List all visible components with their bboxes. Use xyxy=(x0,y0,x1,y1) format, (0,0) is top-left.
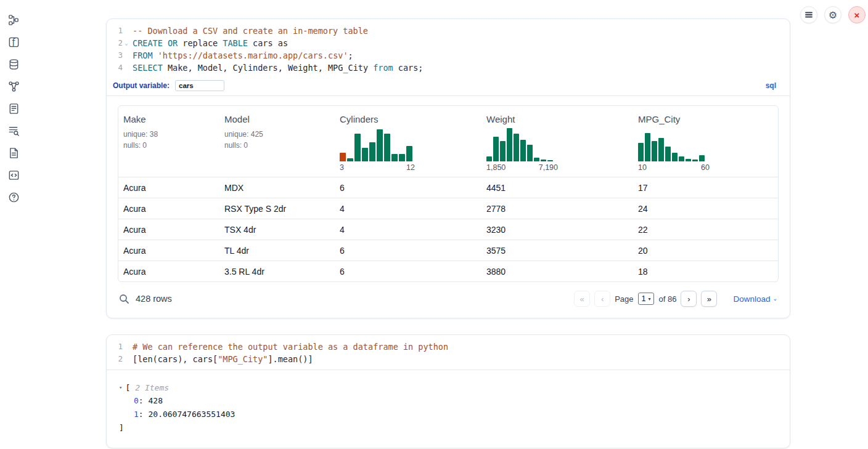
column-stat: unique: 38 xyxy=(123,130,215,140)
tree-root-row: ▾ [ 2 Items xyxy=(119,381,790,394)
file-tree-icon[interactable] xyxy=(7,14,20,26)
histogram-min-label: 10 xyxy=(638,163,647,172)
fold-icon[interactable]: ⌄ xyxy=(123,37,130,49)
histogram-bar[interactable] xyxy=(354,134,361,161)
histogram-bar[interactable] xyxy=(527,145,533,161)
scratchpad-icon[interactable] xyxy=(7,102,20,115)
menu-button[interactable] xyxy=(800,6,817,23)
histogram-range: 312 xyxy=(340,163,415,172)
histogram-bar[interactable] xyxy=(493,137,499,161)
histogram-mpg_city[interactable]: 1060 xyxy=(638,128,710,172)
column-header-weight[interactable]: Weight1,8507,190 xyxy=(481,106,633,177)
histogram-bar[interactable] xyxy=(399,154,405,161)
tree-entry-separator: : xyxy=(139,396,149,405)
histogram-bar[interactable] xyxy=(369,142,375,161)
histogram-bar[interactable] xyxy=(645,133,650,161)
histogram-bar[interactable] xyxy=(514,134,519,161)
column-header-make[interactable]: Makeunique: 38nulls: 0 xyxy=(118,106,219,177)
table-row[interactable]: Acura3.5 RL 4dr6388018 xyxy=(118,261,778,281)
tree-entry-key: 0 xyxy=(134,396,139,405)
snippets-icon[interactable] xyxy=(7,169,20,181)
column-header-cylinders[interactable]: Cylinders312 xyxy=(335,106,481,177)
histogram-bar[interactable] xyxy=(652,141,657,161)
next-page-button[interactable]: › xyxy=(681,291,697,307)
histogram-bar[interactable] xyxy=(362,148,368,161)
histogram-cylinders[interactable]: 312 xyxy=(340,128,415,172)
table-cell: 3230 xyxy=(481,219,633,240)
code-text: -- Download a CSV and create an in-memor… xyxy=(133,25,368,37)
table-cell: 3880 xyxy=(481,261,633,281)
datasources-icon[interactable] xyxy=(7,58,20,70)
column-header-mpg_city[interactable]: MPG_City1060 xyxy=(633,106,778,177)
collapse-chevron-icon[interactable]: ▾ xyxy=(119,381,122,394)
histogram-bar[interactable] xyxy=(541,160,546,161)
code-text: [len(cars), cars["MPG_City"].mean()] xyxy=(133,353,313,365)
close-button[interactable]: × xyxy=(848,6,866,23)
histogram-weight[interactable]: 1,8507,190 xyxy=(486,128,558,172)
histogram-bar[interactable] xyxy=(686,159,691,161)
page-select[interactable]: 1 ▾ xyxy=(638,293,655,305)
first-page-button[interactable]: « xyxy=(574,291,590,307)
histogram-bar[interactable] xyxy=(391,154,398,161)
table-row[interactable]: AcuraMDX6445117 xyxy=(118,177,778,198)
histogram-bar[interactable] xyxy=(679,156,684,161)
python-cell-output: ▾ [ 2 Items 0: 4281: 20.060747663551403 … xyxy=(107,370,790,448)
settings-button[interactable]: ⚙ xyxy=(824,6,841,23)
variables-icon[interactable]: ƒ xyxy=(7,36,20,48)
dependency-graph-icon[interactable] xyxy=(7,80,20,92)
histogram-bar[interactable] xyxy=(500,141,506,161)
histogram-bar[interactable] xyxy=(692,160,698,161)
histogram-bars xyxy=(638,128,710,161)
table-cell: 6 xyxy=(335,177,481,198)
column-header-model[interactable]: Modelunique: 425nulls: 0 xyxy=(219,106,335,177)
histogram-bar[interactable] xyxy=(534,158,539,161)
line-number: 1 xyxy=(107,341,123,353)
fold-gutter xyxy=(123,341,130,353)
code-line: 2⌄CREATE OR replace TABLE cars as xyxy=(107,37,790,49)
table-row[interactable]: AcuraRSX Type S 2dr4277824 xyxy=(118,198,778,219)
documentation-icon[interactable] xyxy=(7,147,20,159)
fold-gutter xyxy=(123,25,130,37)
prev-page-button[interactable]: ‹ xyxy=(594,291,610,307)
python-code-editor[interactable]: 1# We can reference the output variable … xyxy=(107,335,790,370)
chevron-down-icon: ⌄ xyxy=(772,296,777,302)
table-row[interactable]: AcuraTSX 4dr4323022 xyxy=(118,219,778,240)
histogram-bar[interactable] xyxy=(658,138,664,161)
histogram-bar[interactable] xyxy=(486,156,492,161)
histogram-max-label: 12 xyxy=(406,163,415,172)
histogram-bar[interactable] xyxy=(672,153,678,161)
histogram-bar[interactable] xyxy=(638,143,644,161)
last-page-button[interactable]: » xyxy=(701,291,717,307)
table-row[interactable]: AcuraTL 4dr6357520 xyxy=(118,240,778,261)
code-text: FROM 'https://datasets.marimo.app/cars.c… xyxy=(133,49,353,62)
histogram-bar[interactable] xyxy=(547,160,553,161)
help-icon[interactable] xyxy=(7,191,20,203)
table-cell: Acura xyxy=(118,261,219,281)
table-cell: 24 xyxy=(633,198,778,219)
histogram-max-label: 60 xyxy=(701,163,710,172)
code-line: 2[len(cars), cars["MPG_City"].mean()] xyxy=(107,353,790,365)
tree-entry-value: 428 xyxy=(148,396,162,405)
histogram-bar[interactable] xyxy=(406,146,412,161)
column-name: Weight xyxy=(486,114,628,124)
download-button[interactable]: Download ⌄ xyxy=(733,294,777,304)
search-icon[interactable] xyxy=(119,294,129,304)
output-variable-input[interactable]: cars xyxy=(175,80,224,91)
histogram-bar[interactable] xyxy=(377,129,383,161)
language-badge[interactable]: sql xyxy=(766,81,776,90)
histogram-bar[interactable] xyxy=(507,128,512,161)
histogram-bar[interactable] xyxy=(347,158,353,161)
histogram-bar[interactable] xyxy=(699,155,705,161)
output-variable-label: Output variable: xyxy=(113,81,170,90)
table-cell: 3.5 RL 4dr xyxy=(219,261,335,281)
tree-entry-key: 1 xyxy=(134,410,139,419)
histogram-bar[interactable] xyxy=(384,134,390,161)
histogram-bar[interactable] xyxy=(520,140,526,161)
histogram-bar[interactable] xyxy=(665,147,671,161)
logs-icon[interactable] xyxy=(7,124,20,137)
sql-code-editor[interactable]: 1-- Download a CSV and create an in-memo… xyxy=(107,19,790,78)
histogram-bar[interactable] xyxy=(340,153,346,161)
code-text: CREATE OR replace TABLE cars as xyxy=(133,37,288,49)
table-cell: MDX xyxy=(219,177,335,198)
column-stat: nulls: 0 xyxy=(224,141,330,151)
